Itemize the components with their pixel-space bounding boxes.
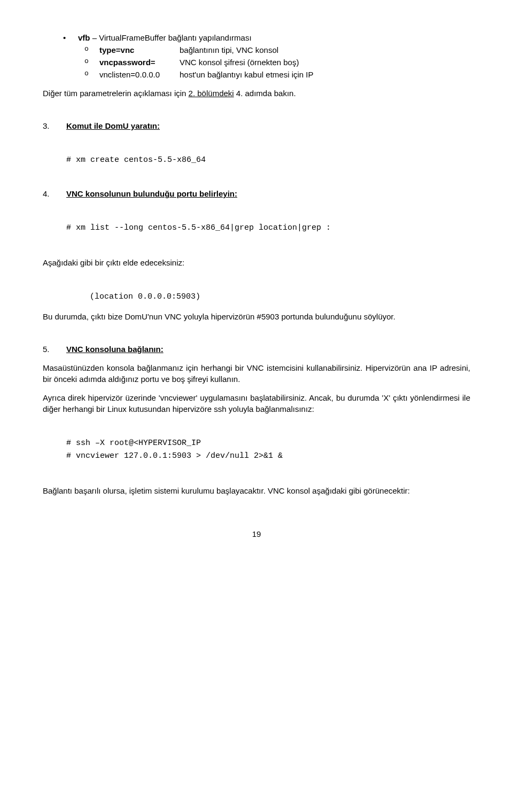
bullet-icon: •: [63, 32, 78, 43]
section-heading: 4. VNC konsolunun bulunduğu portu belirl…: [43, 188, 470, 199]
desc: host'un bağlantıyı kabul etmesi için IP: [180, 70, 314, 79]
key: vnclisten=0.0.0.0: [99, 69, 180, 80]
code-block: # ssh –X root@<HYPERVISOR_IP # vncviewer…: [66, 437, 470, 463]
desc: bağlantının tipi, VNC konsol: [180, 45, 278, 54]
section-title: VNC konsoluna bağlanın:: [66, 343, 164, 355]
desc: – VirtualFrameBuffer bağlantı yapılandır…: [90, 33, 252, 42]
link-reference: 2. bölümdeki: [189, 89, 234, 98]
page-number: 19: [43, 528, 470, 540]
section-title: Komut ile DomU yaratın:: [66, 120, 160, 131]
list-item: o vncpassword=VNC konsol şifresi (örnekt…: [84, 57, 470, 68]
section-number: 5.: [43, 343, 66, 355]
paragraph: Bu durumda, çıktı bize DomU'nun VNC yolu…: [43, 311, 470, 322]
text: vfb – VirtualFrameBuffer bağlantı yapıla…: [78, 32, 252, 43]
text: Diğer tüm parametrelerin açıklaması için: [43, 89, 189, 98]
desc: VNC konsol şifresi (örnekten boş): [180, 58, 299, 67]
paragraph: Bağlantı başarılı olursa, işletim sistem…: [43, 485, 470, 496]
text: vnclisten=0.0.0.0host'un bağlantıyı kabu…: [99, 69, 314, 80]
key: vfb: [78, 33, 90, 42]
circle-bullet-icon: o: [84, 44, 99, 56]
list-item: o type=vncbağlantının tipi, VNC konsol: [84, 44, 470, 56]
section-title: VNC konsolunun bulunduğu portu belirleyi…: [66, 188, 237, 199]
text: type=vncbağlantının tipi, VNC konsol: [99, 44, 278, 56]
list-item: • vfb – VirtualFrameBuffer bağlantı yapı…: [63, 32, 470, 43]
circle-bullet-icon: o: [84, 69, 99, 80]
section-heading: 3. Komut ile DomU yaratın:: [43, 120, 470, 131]
code-block: (location 0.0.0.0:5903): [90, 291, 470, 303]
paragraph: Diğer tüm parametrelerin açıklaması için…: [43, 88, 470, 99]
paragraph: Ayrıca direk hipervizör üzerinde 'vncvie…: [43, 392, 470, 415]
key: type=vnc: [99, 44, 180, 56]
code-block: # xm list --long centos-5.5-x86_64|grep …: [66, 222, 470, 235]
paragraph: Masaüstünüzden konsola bağlanmanız için …: [43, 362, 470, 385]
section-number: 4.: [43, 188, 66, 199]
text: vncpassword=VNC konsol şifresi (örnekten…: [99, 57, 299, 68]
section-number: 3.: [43, 120, 66, 131]
text: 4. adımda bakın.: [234, 89, 296, 98]
paragraph: Aşağıdaki gibi bir çıktı elde edeceksini…: [43, 257, 470, 268]
section-heading: 5. VNC konsoluna bağlanın:: [43, 343, 470, 355]
list-item: o vnclisten=0.0.0.0host'un bağlantıyı ka…: [84, 69, 470, 80]
code-block: # xm create centos-5.5-x86_64: [66, 154, 470, 167]
key: vncpassword=: [99, 57, 180, 68]
circle-bullet-icon: o: [84, 57, 99, 68]
